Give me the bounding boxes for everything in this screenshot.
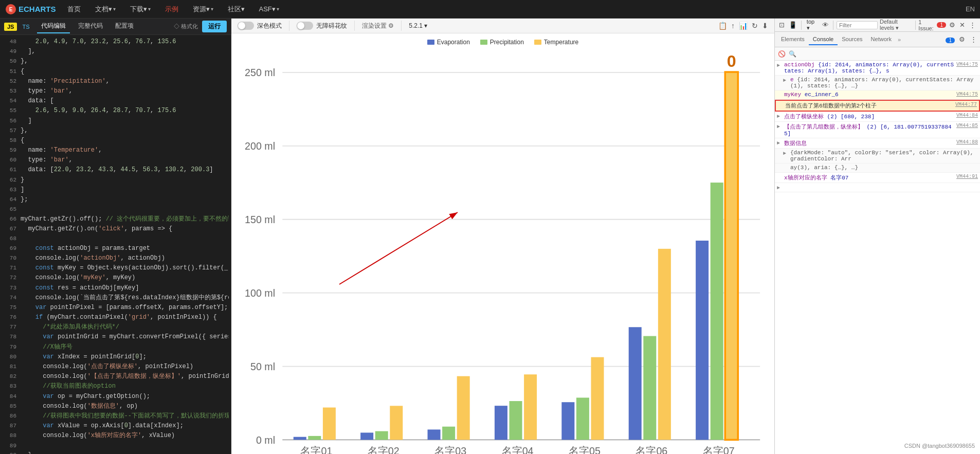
- nav-home[interactable]: 首页: [64, 4, 84, 15]
- dt-tab-console[interactable]: Console: [809, 34, 838, 45]
- dt-tab-elements[interactable]: Elements: [777, 34, 809, 45]
- dark-mode-switch-track[interactable]: [238, 22, 254, 30]
- inspect-icon[interactable]: ⊡: [778, 21, 786, 29]
- console-entry-xaxis[interactable]: x轴所对应的名字 名字07 VM44:91: [775, 173, 980, 183]
- code-line: 59 name: 'Temperature',: [0, 146, 231, 155]
- ts-tab[interactable]: TS: [19, 23, 32, 31]
- share-icon[interactable]: 📋: [718, 22, 727, 30]
- download-icon[interactable]: ⬇: [762, 22, 768, 30]
- console-filter-icon[interactable]: 🔍: [789, 50, 796, 58]
- console-entry-datainfo-expand2[interactable]: ay(3), aria: {…}, …}: [775, 164, 980, 173]
- console-entry-mykey[interactable]: myKey ec_inner_6 VM44:75: [775, 90, 980, 100]
- line-content: var op = myChart.getOption();: [21, 392, 229, 402]
- bar-highlighted[interactable]: [725, 72, 738, 440]
- chart-icon[interactable]: 📊: [739, 22, 748, 30]
- bar[interactable]: [495, 406, 507, 440]
- devtools-tabs: Elements Console Sources Network » 1 ⚙ ⋮: [775, 32, 980, 47]
- bar[interactable]: [375, 431, 388, 440]
- bar[interactable]: [524, 374, 537, 440]
- console-entry-pixel[interactable]: ► 点击了横纵坐标 (2) [680, 238] VM44:84: [775, 112, 980, 122]
- dt-tab-sources[interactable]: Sources: [838, 34, 866, 45]
- no-distraction-switch[interactable]: [297, 22, 313, 30]
- bar[interactable]: [576, 397, 589, 440]
- tab-full-code[interactable]: 完整代码: [74, 20, 107, 33]
- nav-download[interactable]: 下载▾: [127, 4, 154, 15]
- chart-svg-area[interactable]: 250 ml 200 ml 150 ml 100 ml 50 ml 0 ml: [237, 48, 769, 454]
- bar[interactable]: [510, 401, 522, 440]
- console-entry-expand-more[interactable]: ►: [775, 183, 980, 192]
- bar[interactable]: [658, 249, 671, 440]
- nav-community[interactable]: 社区▾: [225, 4, 248, 15]
- bar[interactable]: [308, 436, 321, 440]
- nav-asf[interactable]: ASF▾: [256, 4, 282, 14]
- device-icon[interactable]: 📱: [788, 21, 798, 29]
- entry-source-pixel[interactable]: VM44:84: [956, 113, 978, 118]
- nav-resources[interactable]: 资源▾: [190, 4, 216, 15]
- line-number: 80: [2, 352, 16, 362]
- tab-code-edit[interactable]: 代码编辑: [37, 20, 70, 33]
- version-selector[interactable]: 5.2.1 ▾: [409, 22, 427, 29]
- dt-tab-more[interactable]: »: [896, 35, 903, 44]
- upload-icon[interactable]: ↑: [731, 22, 735, 30]
- console-entry-obj-expand[interactable]: ► e {id: 2614, animators: Array(0), curr…: [775, 76, 980, 90]
- bar[interactable]: [643, 336, 656, 440]
- line-number: 75: [2, 303, 16, 313]
- bar[interactable]: [294, 437, 306, 440]
- eye-icon[interactable]: 👁: [821, 21, 830, 29]
- entry-source-datainfo[interactable]: VM44:88: [956, 139, 978, 145]
- line-number: 48: [2, 37, 16, 47]
- bar[interactable]: [442, 427, 455, 440]
- bar[interactable]: [390, 406, 403, 440]
- bar[interactable]: [696, 241, 709, 440]
- dt-dots-icon[interactable]: ⋮: [969, 35, 978, 44]
- dark-mode-toggle[interactable]: 深色模式: [238, 22, 282, 30]
- chart-legend: Evaporation Precipitation Temperature: [237, 39, 769, 46]
- entry-source-click[interactable]: VM44:77: [955, 102, 977, 107]
- code-editor[interactable]: 48 2.0, 4.9, 7.0, 23.2, 25.6, 76.7, 135.…: [0, 35, 231, 454]
- bar[interactable]: [711, 183, 723, 440]
- clear-console-icon[interactable]: 🚫: [778, 50, 786, 58]
- render-settings-btn[interactable]: 渲染设置 ⚙: [362, 22, 394, 30]
- bar[interactable]: [323, 408, 336, 440]
- top-filter-input[interactable]: [837, 21, 878, 29]
- entry-source-mykey[interactable]: VM44:75: [956, 92, 978, 97]
- code-line: 89: [0, 441, 231, 451]
- nav-docs[interactable]: 文档▾: [92, 4, 119, 15]
- console-entry-actionobj[interactable]: ► actionObj {id: 2614, animators: Array(…: [775, 61, 980, 76]
- entry-source-xaxis[interactable]: VM44:91: [956, 174, 978, 179]
- console-entry-grid[interactable]: ► 【点击了第几组数据，纵坐标】 (2) [6, 181.00775193378…: [775, 122, 980, 138]
- refresh-icon[interactable]: ↻: [752, 22, 758, 30]
- bar[interactable]: [629, 327, 642, 440]
- line-content: },: [21, 126, 229, 136]
- console-entry-click-info[interactable]: 当前点击了第6组数据中的第2个柱子 VM44:77: [775, 100, 980, 112]
- code-line: 83 //获取当前图表的option: [0, 382, 231, 391]
- default-levels-btn[interactable]: Default levels ▾: [880, 19, 912, 31]
- code-line: 68: [0, 234, 231, 244]
- console-entry-datainfo-expand1[interactable]: ► {darkMode: "auto", colorBy: "series", …: [775, 149, 980, 164]
- bar[interactable]: [360, 432, 373, 440]
- entry-source-1[interactable]: VM44:75: [956, 62, 978, 67]
- settings-icon[interactable]: ⚙: [948, 21, 956, 29]
- js-tab[interactable]: JS: [4, 23, 17, 31]
- more-devtools-icon[interactable]: ⋮: [968, 21, 977, 29]
- dt-tab-network[interactable]: Network: [867, 34, 896, 45]
- code-line: 55 2.6, 5.9, 9.0, 26.4, 28.7, 70.7, 175.…: [0, 106, 231, 116]
- bar[interactable]: [591, 357, 604, 440]
- run-button[interactable]: 运行: [202, 21, 227, 32]
- close-devtools-icon[interactable]: ✕: [958, 21, 966, 29]
- bar-chart[interactable]: 250 ml 200 ml 150 ml 100 ml 50 ml 0 ml: [237, 48, 769, 454]
- line-content: name: 'Temperature',: [21, 146, 229, 155]
- bar[interactable]: [457, 376, 470, 440]
- entry-source-grid[interactable]: VM44:85: [956, 123, 978, 129]
- format-button[interactable]: ◇ 格式化: [174, 23, 198, 30]
- tab-config[interactable]: 配置项: [111, 20, 138, 33]
- bar[interactable]: [428, 429, 441, 440]
- nav-lang[interactable]: EN: [966, 5, 975, 13]
- no-distraction-toggle[interactable]: 无障碍花纹: [297, 22, 347, 30]
- dt-settings-icon2[interactable]: ⚙: [958, 35, 966, 44]
- bar[interactable]: [561, 402, 574, 440]
- line-number: 67: [2, 224, 16, 234]
- console-entry-datainfo-label[interactable]: ► 数据信息 VM44:88: [775, 138, 980, 149]
- nav-examples[interactable]: 示例: [162, 4, 182, 15]
- entry-arrow-1[interactable]: ►: [777, 63, 782, 68]
